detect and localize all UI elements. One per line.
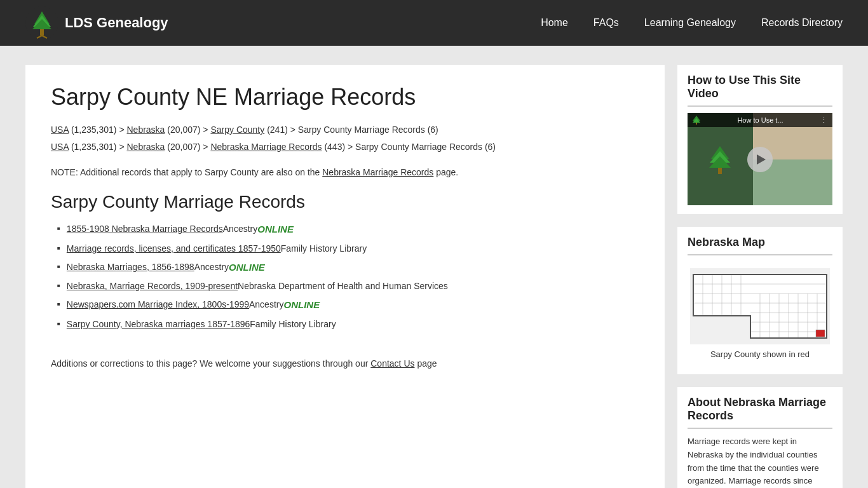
- record-provider-4: Ancestry: [249, 298, 283, 311]
- contact-us-link[interactable]: Contact Us: [370, 358, 414, 369]
- video-thumb-inner: How to Use t... ⋮: [688, 113, 832, 205]
- list-item: Marriage records, licenses, and certific…: [57, 242, 639, 255]
- video-tree-icon: [707, 144, 733, 175]
- logo-tree-icon: [25, 6, 58, 39]
- record-link-3[interactable]: Nebraska, Marriage Records, 1909-present: [67, 280, 238, 293]
- list-item: 1855-1908 Nebraska Marriage Records Ance…: [57, 222, 639, 237]
- nav-learning-genealogy[interactable]: Learning Genealogy: [644, 17, 736, 29]
- record-list: 1855-1908 Nebraska Marriage Records Ance…: [51, 222, 639, 331]
- ne-map-container: Sarpy County shown in red: [688, 262, 832, 365]
- video-thumbnail[interactable]: How to Use t... ⋮: [688, 113, 832, 205]
- page-title: Sarpy County NE Marriage Records: [51, 84, 639, 111]
- logo-text: LDS Genealogy: [65, 15, 168, 31]
- record-link-1[interactable]: Marriage records, licenses, and certific…: [67, 242, 281, 255]
- record-provider-1: Family History Library: [281, 242, 367, 255]
- video-title-logo: [693, 116, 700, 125]
- nav-records-directory[interactable]: Records Directory: [761, 17, 843, 29]
- breadcrumb-usa-2[interactable]: USA: [51, 142, 69, 152]
- additions-text: Additions or corrections to this page? W…: [51, 356, 639, 370]
- list-item: Nebraska Marriages, 1856-1898 Ancestry O…: [57, 261, 639, 275]
- about-text: Marriage records were kept in Nebraska b…: [688, 435, 832, 488]
- online-badge-2: ONLINE: [229, 261, 265, 275]
- list-item: Newspapers.com Marriage Index, 1800s-199…: [57, 298, 639, 313]
- record-provider-2: Ancestry: [194, 261, 229, 274]
- record-link-4[interactable]: Newspapers.com Marriage Index, 1800s-199…: [67, 298, 249, 311]
- main-content: Sarpy County NE Marriage Records USA (1,…: [25, 65, 665, 488]
- page-wrapper: Sarpy County NE Marriage Records USA (1,…: [0, 46, 868, 488]
- map-caption: Sarpy County shown in red: [710, 349, 810, 359]
- breadcrumb-2: USA (1,235,301) > Nebraska (20,007) > Ne…: [51, 140, 639, 154]
- nebraska-map: [690, 268, 830, 344]
- header: LDS Genealogy Home FAQs Learning Genealo…: [0, 0, 868, 46]
- breadcrumb-sarpy-county[interactable]: Sarpy County: [210, 125, 264, 135]
- record-provider-0: Ancestry: [223, 222, 257, 236]
- record-provider-3: Nebraska Department of Health and Human …: [238, 280, 448, 293]
- video-logo-icon: [693, 116, 700, 125]
- video-title-bar: How to Use t... ⋮: [688, 113, 832, 127]
- online-badge-4: ONLINE: [283, 298, 320, 313]
- about-section: About Nebraska Marriage Records Marriage…: [677, 387, 843, 488]
- map-section-title: Nebraska Map: [688, 236, 832, 255]
- play-button[interactable]: [747, 147, 773, 172]
- list-item: Nebraska, Marriage Records, 1909-present…: [57, 280, 639, 293]
- svg-rect-34: [816, 330, 825, 337]
- main-nav: Home FAQs Learning Genealogy Records Dir…: [541, 17, 843, 29]
- list-item: Sarpy County, Nebraska marriages 1857-18…: [57, 318, 639, 331]
- about-section-title: About Nebraska Marriage Records: [688, 396, 832, 429]
- breadcrumb-usa-1[interactable]: USA: [51, 125, 69, 135]
- record-link-0[interactable]: 1855-1908 Nebraska Marriage Records: [67, 222, 223, 236]
- video-more-icon: ⋮: [820, 116, 827, 125]
- video-section: How to Use This Site Video: [677, 65, 843, 214]
- nav-home[interactable]: Home: [541, 17, 568, 29]
- map-section: Nebraska Map: [677, 227, 843, 374]
- nebraska-marriage-records-link[interactable]: Nebraska Marriage Records: [322, 167, 433, 177]
- record-link-2[interactable]: Nebraska Marriages, 1856-1898: [67, 261, 194, 274]
- breadcrumb-nebraska-1[interactable]: Nebraska: [126, 125, 165, 135]
- record-provider-5: Family History Library: [250, 318, 336, 331]
- online-badge-0: ONLINE: [257, 222, 294, 237]
- play-triangle-icon: [757, 154, 766, 165]
- record-link-5[interactable]: Sarpy County, Nebraska marriages 1857-18…: [67, 318, 250, 331]
- note-text: NOTE: Additional records that apply to S…: [51, 165, 639, 179]
- section-title: Sarpy County Marriage Records: [51, 192, 639, 212]
- svg-rect-13: [696, 123, 697, 125]
- nav-faqs[interactable]: FAQs: [593, 17, 619, 29]
- sidebar: How to Use This Site Video: [677, 65, 843, 488]
- video-section-title: How to Use This Site Video: [688, 74, 832, 107]
- breadcrumb-nebraska-marriage[interactable]: Nebraska Marriage Records: [210, 142, 322, 152]
- logo-area: LDS Genealogy: [25, 6, 168, 39]
- breadcrumb-nebraska-2[interactable]: Nebraska: [126, 142, 165, 152]
- video-title-text: How to Use t...: [737, 116, 783, 124]
- breadcrumb-usa-count-1: (1,235,301): [71, 125, 117, 135]
- breadcrumb-1: USA (1,235,301) > Nebraska (20,007) > Sa…: [51, 123, 639, 137]
